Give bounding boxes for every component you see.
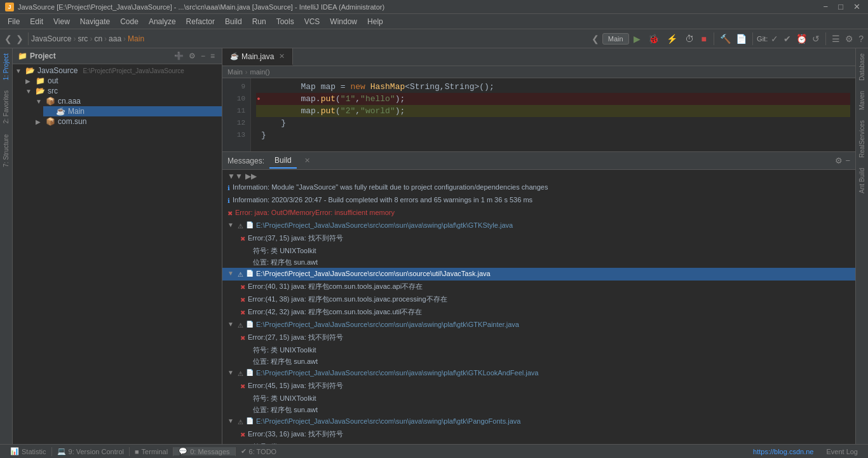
code-line-13[interactable]: } [261,129,266,141]
file2-expand[interactable]: ▼ [227,268,235,279]
msg-collapse-all[interactable]: ▶▶ [245,172,257,181]
file4-expand[interactable]: ▼ [227,368,235,378]
menu-tools[interactable]: Tools [271,14,299,29]
minimize-button[interactable]: − [821,2,831,11]
msg-file2[interactable]: ▼ ⚠ 📄 E:\Project\Project_Java\JavaSource… [222,268,855,281]
msg-close-btn[interactable]: − [845,156,850,165]
bottom-terminal[interactable]: ■ Terminal [130,448,173,455]
breadcrumb-aaa[interactable]: aaa [109,34,121,43]
msg-err5a[interactable]: ✖ Error:(33, 16) java: 找不到符号 [235,428,855,441]
project-close-btn[interactable]: − [199,51,207,61]
run-button[interactable]: ▶ [630,32,644,45]
settings-btn[interactable]: ⚙ [843,32,855,45]
bottom-event-log[interactable]: Event Log [821,448,863,455]
menu-window[interactable]: Window [325,14,362,29]
make-button[interactable]: 📄 [734,32,749,45]
expand-cn-aaa[interactable]: ▼ [36,98,43,105]
menu-vcs[interactable]: VCS [299,14,325,29]
code-line-11[interactable]: map.put("2","world"); [261,105,405,117]
menu-view[interactable]: View [48,14,75,29]
file1-expand[interactable]: ▼ [227,220,235,230]
profile-button[interactable]: ⏱ [682,32,697,45]
project-add-btn[interactable]: ➕ [172,51,186,61]
tree-item-src[interactable]: ▼ 📂 src [23,86,222,96]
menu-run[interactable]: Run [247,14,271,29]
right-tab-database[interactable]: Database [857,48,867,86]
msg-err2c[interactable]: ✖ Error:(42, 32) java: 程序包com.sun.tools.… [235,306,855,319]
build-button[interactable]: 🔨 [718,32,733,45]
right-tab-maven[interactable]: Maven [857,86,867,115]
msg-file3[interactable]: ▼ ⚠ 📄 E:\Project\Project_Java\JavaSource… [222,319,855,331]
expand-out[interactable]: ▶ [25,78,33,85]
expand-src[interactable]: ▼ [25,88,33,95]
msg-expand-all[interactable]: ▼▼ [227,172,243,181]
code-editor[interactable]: 9 10 11 12 13 Map map = new HashMap<Stri… [222,78,855,151]
menu-code[interactable]: Code [115,14,144,29]
project-gear-btn[interactable]: ≡ [208,51,217,61]
bottom-version-control[interactable]: 💻 9: Version Control [52,447,129,455]
right-tab-ant-build[interactable]: Ant Build [857,163,867,198]
git-rollback-btn[interactable]: ↺ [810,32,822,45]
code-content[interactable]: Map map = new HashMap<String,String>(); … [251,78,855,151]
msg-err2a[interactable]: ✖ Error:(40, 31) java: 程序包com.sun.tools.… [235,281,855,293]
tree-item-com-sun[interactable]: ▶ 📦 com.sun [33,116,222,127]
breadcrumb-class[interactable]: Main [227,68,243,76]
back-nav-btn[interactable]: ❮ [590,32,601,45]
breadcrumb-src[interactable]: src [78,34,88,43]
expand-com-sun[interactable]: ▶ [36,118,43,125]
tree-item-main[interactable]: ☕ Main [43,106,222,116]
forward-button[interactable]: ❯ [14,32,25,45]
expand-javasource[interactable]: ▼ [15,67,23,74]
coverage-button[interactable]: ⚡ [663,32,681,45]
msg-build-close[interactable]: ✕ [304,156,310,165]
breadcrumb-main[interactable]: Main [128,34,144,43]
breadcrumb-project[interactable]: JavaSource [31,34,71,43]
menu-refactor[interactable]: Refactor [181,14,220,29]
bottom-todo[interactable]: ✔ 6: TODO [236,447,282,455]
msg-file1[interactable]: ▼ ⚠ 📄 E:\Project\Project_Java\JavaSource… [222,219,855,232]
project-settings-btn[interactable]: ⚙ [187,51,198,61]
debug-button[interactable]: 🐞 [645,32,662,45]
msg-err1a[interactable]: ✖ Error:(37, 15) java: 找不到符号 [235,232,855,245]
breadcrumb-cn[interactable]: cn [94,34,102,43]
msg-tab-build[interactable]: Build [269,153,297,169]
run-config-selector[interactable]: Main [602,33,629,45]
file5-expand[interactable]: ▼ [227,416,235,426]
restore-button[interactable]: □ [836,2,846,11]
left-tab-structure[interactable]: 7: Structure [1,129,11,172]
msg-file4[interactable]: ▼ ⚠ 📄 E:\Project\Project_Java\JavaSource… [222,367,855,380]
main-tab-close[interactable]: ✕ [279,52,285,60]
menu-navigate[interactable]: Navigate [75,14,115,29]
bottom-messages[interactable]: 💬 0: Messages [173,447,234,455]
msg-file5[interactable]: ▼ ⚠ 📄 E:\Project\Project_Java\JavaSource… [222,415,855,428]
tree-item-out[interactable]: ▶ 📁 out [23,76,222,86]
menu-build[interactable]: Build [220,14,247,29]
tree-item-cn-aaa[interactable]: ▼ 📦 cn.aaa [33,96,222,106]
msg-err3a[interactable]: ✖ Error:(27, 15) java: 找不到符号 [235,331,855,344]
msg-error-oom[interactable]: ✖ Error: java: OutOfMemoryError: insuffi… [222,207,855,219]
messages-content[interactable]: ▼▼ ▶▶ ℹ Information: Module "JavaSource"… [222,170,855,444]
msg-err4a[interactable]: ✖ Error:(45, 15) java: 找不到符号 [235,380,855,392]
right-tab-realservices[interactable]: RealServices [857,115,867,163]
code-line-9[interactable]: Map map = new HashMap<String,String>(); [261,81,494,93]
left-tab-project[interactable]: 1: Project [1,48,11,85]
close-button[interactable]: ✕ [851,2,863,11]
stop-button[interactable]: ■ [698,32,710,45]
menu-help[interactable]: Help [362,14,388,29]
code-line-10[interactable]: map.put("1","hello"); [261,93,405,105]
bottom-url[interactable]: https://blog.csdn.ne [748,448,818,455]
msg-info1[interactable]: ℹ Information: Module "JavaSource" was f… [222,181,855,194]
msg-err2b[interactable]: ✖ Error:(41, 38) java: 程序包com.sun.tools.… [235,293,855,306]
menu-file[interactable]: File [3,14,25,29]
msg-info2[interactable]: ℹ Information: 2020/3/26 20:47 - Build c… [222,194,855,207]
code-line-12[interactable]: } [261,117,286,129]
git-checkmark-btn[interactable]: ✔ [782,32,793,45]
msg-settings-btn[interactable]: ⚙ [835,156,843,165]
layout-btn[interactable]: ☰ [830,32,842,45]
file3-expand[interactable]: ▼ [227,319,235,330]
menu-analyze[interactable]: Analyze [144,14,181,29]
bottom-statistic[interactable]: 📊 Statistic [5,447,51,455]
git-check-btn[interactable]: ✓ [769,32,780,45]
left-tab-favorites[interactable]: 2: Favorites [1,85,11,128]
git-history-btn[interactable]: ⏰ [794,32,809,45]
